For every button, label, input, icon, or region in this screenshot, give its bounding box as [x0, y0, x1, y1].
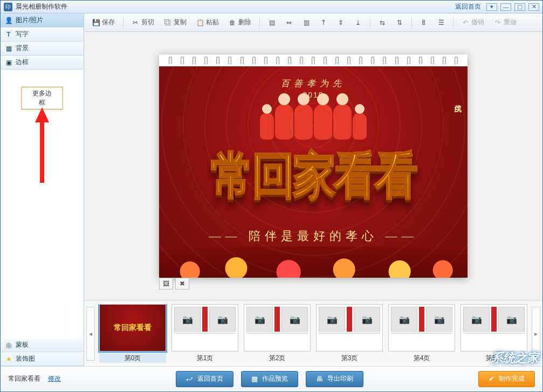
project-name: 常回家看看 — [8, 374, 40, 383]
sidebar-item-frame[interactable]: ▣ 边框 — [1, 56, 84, 70]
flower-border — [159, 246, 468, 278]
sidebar-item-photos[interactable]: 👤 图片/照片 — [1, 13, 84, 27]
cover-year: 2018 — [159, 91, 468, 99]
home-icon: ⮐ — [186, 375, 193, 383]
page-thumb-0[interactable]: 常回家看看 第0页 — [99, 304, 166, 363]
print-icon: 🖶 — [316, 375, 323, 383]
cover-tagline: 陪伴是最好的孝心 — [159, 228, 468, 244]
minimize-button[interactable]: — — [500, 3, 511, 11]
paste-button[interactable]: 📋粘贴 — [193, 16, 223, 29]
copy-button[interactable]: ⿻复制 — [160, 16, 190, 29]
distribute-h-icon: ⇆ — [379, 19, 386, 26]
delete-icon: 🗑 — [229, 19, 236, 26]
save-icon: 💾 — [92, 19, 100, 26]
align-top-button[interactable]: ⤒ — [316, 16, 331, 29]
dropdown-button[interactable]: ▾ — [486, 3, 497, 11]
adjust-icon: ☰ — [437, 19, 445, 26]
window-title: 晨光相册制作软件 — [16, 2, 67, 11]
page-thumb-1[interactable]: 📷📷 第1页 — [171, 304, 238, 363]
page-thumb-2[interactable]: 📷📷 第2页 — [244, 304, 311, 363]
sidebar-label: 图片/照片 — [16, 16, 43, 25]
home-link[interactable]: 返回首页 — [455, 2, 481, 11]
align-right-button[interactable]: ▥ — [299, 16, 314, 29]
app-logo: 印 — [4, 3, 12, 11]
copy-icon: ⿻ — [164, 19, 171, 26]
page-thumb-4[interactable]: 📷📷 第4页 — [388, 304, 455, 363]
cover-headline: 常回家看看 — [159, 143, 468, 210]
photo-icon: 👤 — [5, 17, 12, 24]
thumbs-next-button[interactable]: ▸ — [532, 307, 540, 361]
align-left-button[interactable]: ▤ — [264, 16, 279, 29]
home-button[interactable]: ⮐返回首页 — [176, 371, 233, 387]
page-thumbnails: 常回家看看 第0页 📷📷 第1页 📷📷 第2页 📷📷 第3页 📷📷 — [95, 304, 532, 363]
sidebar-label: 蒙板 — [16, 340, 29, 349]
distribute-h-button[interactable]: ⇆ — [375, 16, 390, 29]
sidebar-label: 写字 — [16, 30, 29, 39]
redo-icon: ↷ — [494, 19, 501, 26]
align-right-icon: ▥ — [303, 19, 310, 26]
page-thumb-5[interactable]: 📷📷 第5页 — [460, 304, 527, 363]
page-canvas[interactable]: 百善孝为先 2018 戊戌年 常回家看看 陪伴是最好的孝心 — [159, 54, 468, 278]
maximize-button[interactable]: ▢ — [514, 3, 525, 11]
undo-button[interactable]: ↶撤销 — [458, 16, 488, 29]
thumbs-prev-button[interactable]: ◂ — [86, 307, 95, 361]
preview-button[interactable]: ▦作品预览 — [241, 371, 298, 387]
sidebar-label: 装饰图 — [16, 354, 35, 363]
sidebar-label: 边框 — [16, 58, 29, 67]
sidebar-label: 背景 — [16, 44, 29, 53]
align-middle-button[interactable]: ⇕ — [333, 16, 348, 29]
settings-button[interactable]: 🎚 — [416, 16, 431, 29]
background-icon: ▦ — [5, 45, 12, 52]
check-icon: ✔ — [489, 375, 494, 383]
cover-subtitle: 百善孝为先 — [159, 78, 468, 90]
text-icon: T — [5, 31, 12, 38]
canvas-tool-image[interactable]: 🖼 — [159, 278, 173, 290]
preview-icon: ▦ — [251, 375, 258, 383]
finish-button[interactable]: ✔制作完成 — [478, 371, 535, 387]
save-button[interactable]: 💾 保存 — [88, 16, 119, 29]
cut-icon: ✂ — [132, 19, 139, 26]
distribute-v-icon: ⇅ — [396, 19, 403, 26]
mask-icon: ◎ — [5, 341, 12, 349]
sidebar-item-background[interactable]: ▦ 背景 — [1, 42, 84, 56]
sidebar: 👤 图片/照片 T 写字 ▦ 背景 ▣ 边框 更多边框 ◎ 蒙板 — [1, 13, 84, 366]
sliders-icon: 🎚 — [420, 19, 428, 26]
spiral-binding — [159, 54, 468, 66]
delete-button[interactable]: 🗑删除 — [225, 16, 255, 29]
distribute-v-button[interactable]: ⇅ — [392, 16, 407, 29]
adjust-button[interactable]: ☰ — [434, 16, 449, 29]
export-print-button[interactable]: 🖶导出印刷 — [306, 371, 363, 387]
modify-link[interactable]: 修改 — [48, 374, 61, 383]
sidebar-item-text[interactable]: T 写字 — [1, 27, 84, 42]
annotation-arrow — [34, 107, 50, 183]
align-middle-icon: ⇕ — [337, 19, 345, 26]
paste-icon: 📋 — [196, 19, 204, 26]
canvas-tool-remove[interactable]: ✖ — [175, 278, 189, 290]
align-center-h-icon: ⇔ — [285, 19, 293, 26]
undo-icon: ↶ — [462, 19, 469, 26]
redo-button[interactable]: ↷重做 — [490, 16, 520, 29]
page-thumb-3[interactable]: 📷📷 第3页 — [316, 304, 383, 363]
align-top-icon: ⤒ — [320, 19, 327, 26]
star-icon: ★ — [5, 355, 12, 363]
close-button[interactable]: ✕ — [528, 3, 539, 11]
align-bottom-icon: ⤓ — [354, 19, 362, 26]
toolbar: 💾 保存 ✂剪切 ⿻复制 📋粘贴 🗑删除 ▤ ⇔ ▥ ⤒ ⇕ ⤓ ⇆ ⇅ 🎚 ☰… — [84, 13, 542, 32]
cover-art: 百善孝为先 2018 戊戌年 常回家看看 陪伴是最好的孝心 — [159, 66, 468, 278]
sidebar-item-decoration[interactable]: ★ 装饰图 — [1, 352, 84, 366]
more-frames-button[interactable]: 更多边框 — [22, 87, 63, 109]
frame-icon: ▣ — [5, 59, 12, 66]
sidebar-item-mask[interactable]: ◎ 蒙板 — [1, 338, 84, 352]
align-left-icon: ▤ — [268, 19, 276, 26]
people-illustration — [260, 104, 367, 140]
cut-button[interactable]: ✂剪切 — [128, 16, 158, 29]
align-bottom-button[interactable]: ⤓ — [350, 16, 366, 29]
align-center-h-button[interactable]: ⇔ — [281, 16, 297, 29]
